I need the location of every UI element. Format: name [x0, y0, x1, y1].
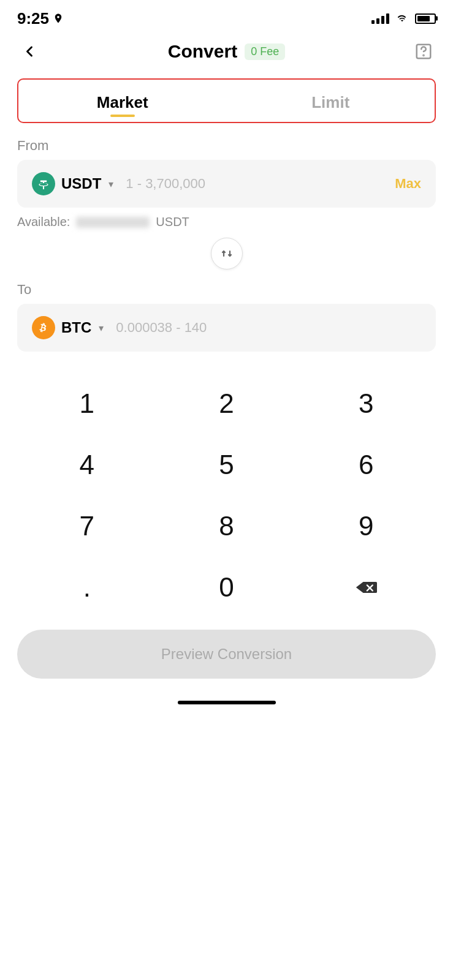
back-arrow-icon [21, 43, 38, 60]
key-4[interactable]: 4 [17, 437, 157, 492]
tab-market-underline [110, 115, 135, 117]
from-range-placeholder: 1 - 3,700,000 [126, 176, 395, 192]
home-bar [178, 701, 276, 704]
battery-icon [415, 13, 436, 24]
to-dropdown-arrow: ▾ [99, 322, 104, 334]
preview-conversion-button[interactable]: Preview Conversion [17, 630, 436, 679]
tab-container: Market Limit [17, 78, 436, 123]
status-time: 9:25 [17, 9, 64, 28]
key-delete[interactable] [296, 560, 436, 615]
tab-market-label: Market [18, 93, 227, 112]
tab-limit-label: Limit [227, 93, 435, 112]
help-button[interactable] [411, 39, 436, 64]
numpad-row-4: . 0 [17, 560, 436, 615]
available-amount-blurred [76, 217, 150, 228]
key-7[interactable]: 7 [17, 499, 157, 554]
key-8[interactable]: 8 [157, 499, 297, 554]
swap-button-container [0, 238, 453, 270]
from-input-box[interactable]: USDT ▾ 1 - 3,700,000 Max [17, 160, 436, 208]
to-label: To [17, 282, 436, 298]
numpad: 1 2 3 4 5 6 7 8 9 . 0 [17, 376, 436, 615]
tether-symbol [37, 177, 50, 190]
to-input-box[interactable]: BTC ▾ 0.000038 - 140 [17, 304, 436, 352]
available-currency: USDT [156, 215, 189, 229]
max-button[interactable]: Max [395, 176, 421, 192]
bitcoin-symbol [37, 321, 50, 334]
from-dropdown-arrow: ▾ [108, 178, 113, 190]
signal-bars [371, 13, 389, 24]
key-5[interactable]: 5 [157, 437, 297, 492]
help-icon [414, 42, 433, 61]
to-range-placeholder: 0.000038 - 140 [116, 320, 421, 336]
preview-button-label: Preview Conversion [161, 646, 292, 662]
numpad-row-3: 7 8 9 [17, 499, 436, 554]
page-title: Convert [168, 41, 237, 62]
from-currency-name: USDT [61, 175, 101, 192]
key-2[interactable]: 2 [157, 376, 297, 431]
from-currency-selector[interactable]: USDT ▾ [32, 172, 113, 195]
numpad-row-2: 4 5 6 [17, 437, 436, 492]
available-label: Available: [17, 215, 70, 229]
svg-point-1 [423, 55, 424, 56]
fee-badge: 0 Fee [245, 43, 285, 60]
header-center: Convert 0 Fee [168, 41, 285, 62]
key-6[interactable]: 6 [296, 437, 436, 492]
usdt-icon [32, 172, 55, 195]
from-label: From [17, 138, 436, 154]
status-bar: 9:25 [0, 0, 453, 33]
home-indicator [0, 691, 453, 710]
swap-icon [219, 246, 234, 261]
status-icons [371, 13, 436, 24]
available-row: Available: USDT [17, 215, 436, 229]
tab-market[interactable]: Market [18, 80, 227, 122]
key-3[interactable]: 3 [296, 376, 436, 431]
tab-limit[interactable]: Limit [227, 80, 435, 122]
wifi-icon [395, 13, 409, 23]
key-0[interactable]: 0 [157, 560, 297, 615]
key-1[interactable]: 1 [17, 376, 157, 431]
back-button[interactable] [17, 39, 42, 64]
to-currency-name: BTC [61, 319, 91, 336]
numpad-row-1: 1 2 3 [17, 376, 436, 431]
delete-icon [355, 579, 377, 596]
key-9[interactable]: 9 [296, 499, 436, 554]
btc-icon [32, 316, 55, 339]
header: Convert 0 Fee [0, 33, 453, 74]
swap-button[interactable] [211, 238, 243, 270]
key-dot[interactable]: . [17, 560, 157, 615]
location-icon [53, 13, 64, 24]
time-display: 9:25 [17, 9, 49, 28]
to-currency-selector[interactable]: BTC ▾ [32, 316, 104, 339]
